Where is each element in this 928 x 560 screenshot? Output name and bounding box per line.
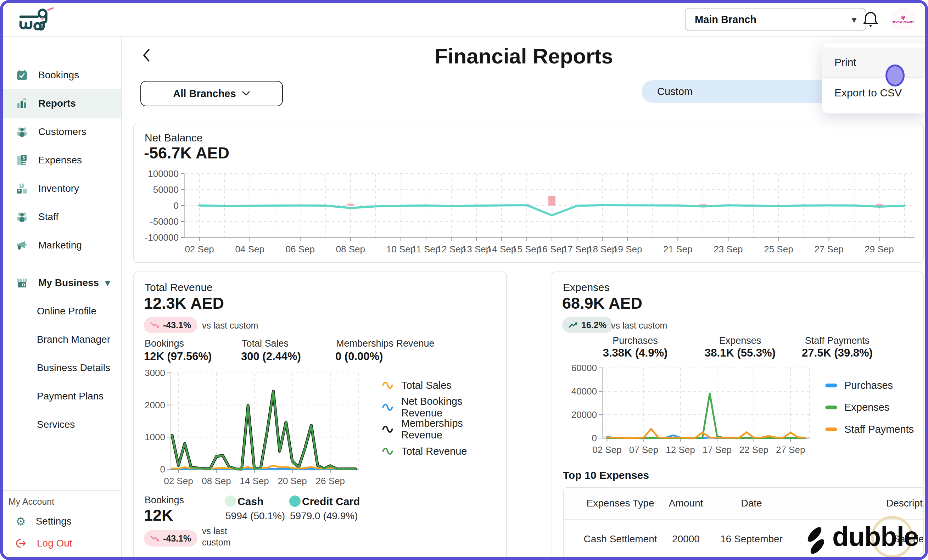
sidebar-subitem-label: Business Details	[37, 362, 110, 374]
trend-value: -43.1%	[163, 533, 191, 544]
expenses-chart: 600004000020000002 Sep07 Sep12 Sep17 Sep…	[558, 363, 813, 459]
svg-text:26 Sep: 26 Sep	[316, 476, 345, 486]
waj-logo	[18, 7, 64, 32]
svg-text:19 Sep: 19 Sep	[613, 244, 642, 255]
date-range-filter[interactable]: Custom	[642, 80, 849, 103]
legend-label: Expenses	[844, 401, 889, 413]
sidebar-item-services[interactable]: Services	[3, 410, 121, 439]
sidebar-subitem-label: Branch Manager	[37, 334, 110, 345]
svg-text:17 Sep: 17 Sep	[702, 444, 732, 455]
sidebar-item-settings[interactable]: ⚙ Settings	[3, 510, 121, 533]
topbar: Main Branch ▾ ✾ REVEAL BEAUTY	[3, 3, 925, 37]
legend-glyph-icon	[825, 424, 838, 434]
svg-text:02 Sep: 02 Sep	[164, 476, 193, 486]
sidebar-item-label: Reports	[38, 98, 76, 109]
svg-text:12 Sep: 12 Sep	[437, 244, 466, 255]
avatar[interactable]: ✾ REVEAL BEAUTY	[892, 8, 914, 31]
revenue-chart: 300020001000002 Sep08 Sep14 Sep20 Sep26 …	[139, 367, 373, 488]
branch-selector[interactable]: Main Branch ▾	[685, 8, 866, 31]
svg-text:06 Sep: 06 Sep	[286, 244, 315, 255]
sidebar-item-payment-plans[interactable]: Payment Plans	[3, 382, 121, 410]
branch-selector-value: Main Branch	[695, 14, 756, 26]
stat-value: 12K (97.56%)	[144, 350, 212, 363]
top-expenses-title: Top 10 Expenses	[563, 469, 649, 481]
legend-item[interactable]: Total Revenue	[382, 440, 506, 462]
sidebar-item-expenses[interactable]: $ Expenses	[3, 146, 121, 174]
page-title: Financial Reports	[123, 44, 925, 69]
svg-text:27 Sep: 27 Sep	[814, 244, 843, 255]
app-frame: Main Branch ▾ ✾ REVEAL BEAUTY Bookings R…	[3, 3, 925, 557]
cell-amount: 20000	[659, 533, 713, 545]
svg-text:10 Sep: 10 Sep	[386, 244, 415, 255]
legend-item[interactable]: Memberships Revenue	[382, 418, 506, 440]
sidebar-item-bookings[interactable]: Bookings	[3, 61, 121, 89]
menu-item-export-csv[interactable]: Export to CSV	[822, 78, 925, 108]
svg-text:25 Sep: 25 Sep	[764, 244, 793, 255]
stat-label: Expenses	[719, 335, 762, 346]
legend-item[interactable]: Expenses	[825, 396, 914, 418]
legend-glyph-icon	[825, 403, 838, 412]
stat-value: 3.38K (4.9%)	[603, 346, 668, 359]
svg-text:0: 0	[160, 464, 165, 475]
legend-label: Net Bookings Revenue	[401, 395, 506, 419]
svg-text:0: 0	[174, 200, 179, 211]
sidebar-item-online-profile[interactable]: Online Profile	[3, 297, 121, 325]
sidebar-item-reports[interactable]: Reports	[3, 89, 121, 117]
sidebar-item-inventory[interactable]: Inventory	[3, 174, 121, 203]
logout-icon	[15, 538, 27, 549]
menu-item-print[interactable]: Print	[822, 47, 925, 78]
trend-value: -43.1%	[163, 320, 191, 330]
sidebar-item-label: Bookings	[38, 69, 79, 81]
column-header: Date	[716, 497, 787, 509]
legend-label: Memberships Revenue	[401, 418, 506, 441]
sidebar-item-branch-manager[interactable]: Branch Manager	[3, 325, 121, 354]
main-content: Financial Reports All Branches Custom Pr…	[123, 36, 925, 557]
notifications-bell-icon[interactable]	[862, 11, 879, 28]
sidebar-item-customers[interactable]: Customers	[3, 117, 121, 146]
svg-text:20000: 20000	[571, 409, 597, 420]
net-balance-card: Net Balance -56.7K AED 100000500000-5000…	[133, 123, 924, 263]
sidebar-account-section: My Account ⚙ Settings Log Out	[3, 490, 121, 557]
total-revenue-title: Total Revenue	[145, 281, 213, 293]
stat-value: 0 (0.00%)	[335, 350, 383, 363]
legend-item[interactable]: Purchases	[825, 374, 914, 396]
sidebar-item-label: Marketing	[38, 240, 82, 251]
stat-value: 38.1K (55.3%)	[705, 346, 775, 359]
cash-dot	[225, 496, 236, 507]
svg-text:23 Sep: 23 Sep	[714, 244, 743, 255]
legend-item[interactable]: Total Sales	[382, 374, 506, 396]
bar-chart-icon	[15, 97, 28, 110]
net-balance-title: Net Balance	[145, 132, 202, 144]
svg-text:1000: 1000	[145, 432, 165, 443]
branch-filter-button[interactable]: All Branches	[140, 81, 283, 106]
sidebar-item-marketing[interactable]: Marketing	[3, 231, 121, 259]
megaphone-icon	[15, 239, 28, 252]
logout-label: Log Out	[37, 538, 72, 549]
sidebar-item-business-details[interactable]: Business Details	[3, 354, 121, 382]
cell-description: Salaries	[876, 533, 924, 545]
sidebar-item-label: My Business	[38, 277, 99, 288]
stat-label: Purchases	[612, 335, 658, 346]
svg-text:13 Sep: 13 Sep	[462, 244, 491, 255]
svg-text:21 Sep: 21 Sep	[663, 244, 692, 255]
svg-text:27 Sep: 27 Sep	[776, 444, 805, 455]
legend-glyph-icon	[382, 403, 395, 412]
sidebar-item-my-business[interactable]: My Business ▾	[3, 269, 121, 297]
avatar-flower-icon: ✾	[901, 15, 905, 21]
svg-text:29 Sep: 29 Sep	[865, 244, 894, 255]
chevron-down-icon: ▾	[852, 14, 856, 25]
svg-text:0: 0	[592, 433, 597, 443]
receipt-icon: $	[15, 154, 28, 166]
table-row[interactable]: Cash Settlement 20000 16 September Salar…	[563, 520, 924, 557]
stat-value: 300 (2.44%)	[241, 350, 301, 363]
people-icon	[15, 125, 28, 138]
sidebar-item-staff[interactable]: Staff	[3, 203, 121, 231]
svg-text:18 Sep: 18 Sep	[588, 244, 617, 255]
credit-card-value: 5979.0 (49.9%)	[290, 510, 358, 522]
svg-text:11 Sep: 11 Sep	[412, 244, 440, 255]
legend-label: Total Revenue	[401, 446, 467, 457]
sidebar-item-logout[interactable]: Log Out	[3, 533, 121, 554]
legend-item[interactable]: Staff Payments	[825, 418, 914, 440]
legend-item[interactable]: Net Bookings Revenue	[382, 396, 506, 418]
svg-text:02 Sep: 02 Sep	[592, 444, 621, 455]
